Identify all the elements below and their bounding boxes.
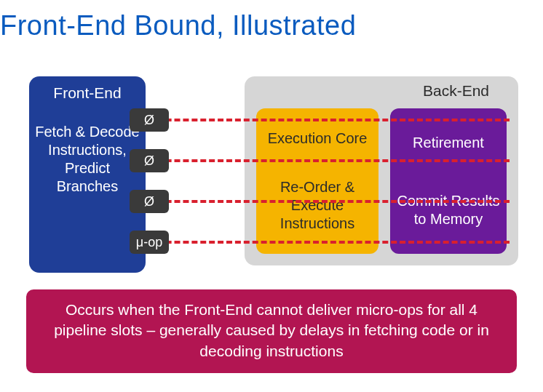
pipe-row-2	[131, 159, 510, 162]
slot-chip-4: μ-op	[130, 231, 169, 254]
pipe-row-4	[131, 241, 510, 244]
backend-block: Back-End Execution Core Re-Order & Execu…	[245, 76, 518, 265]
slot-chip-1: Ø	[130, 108, 169, 132]
execution-core-description: Re-Order & Execute Instructions	[262, 178, 373, 233]
pipeline-diagram: Front-End Fetch & Decode Instructions, P…	[29, 76, 524, 280]
retirement-block: Retirement Commit Results to Memory	[390, 108, 507, 254]
page-title: Front-End Bound, Illustrated	[0, 10, 356, 41]
slot-chip-2: Ø	[130, 149, 169, 172]
execution-core-block: Execution Core Re-Order & Execute Instru…	[256, 108, 378, 254]
frontend-block: Front-End Fetch & Decode Instructions, P…	[29, 76, 146, 273]
retirement-title: Retirement	[396, 134, 501, 152]
caption-box: Occurs when the Front-End cannot deliver…	[26, 289, 517, 373]
frontend-label: Front-End	[29, 84, 146, 103]
retirement-description: Commit Results to Memory	[396, 192, 501, 228]
slot-chip-3: Ø	[130, 190, 169, 213]
pipe-row-3	[131, 200, 510, 203]
pipe-row-1	[131, 119, 510, 121]
execution-core-title: Execution Core	[262, 129, 373, 148]
frontend-description: Fetch & Decode Instructions, Predict Bra…	[29, 123, 146, 196]
backend-label: Back-End	[423, 82, 489, 100]
